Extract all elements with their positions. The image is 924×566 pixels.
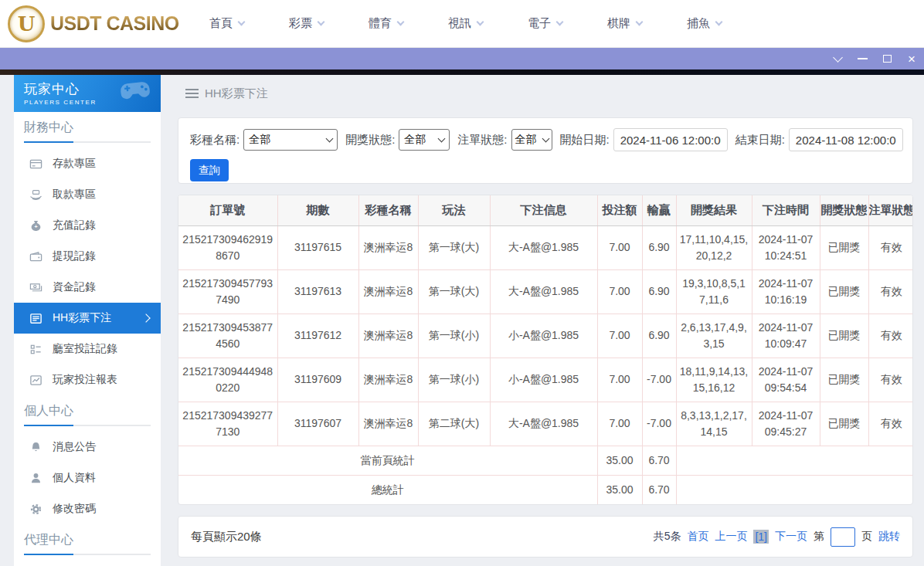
jump-button[interactable]: 跳转 <box>878 530 900 544</box>
sidebar-item-hh-lottery-bets[interactable]: HH彩票下注 <box>14 303 161 334</box>
logo-text: USDT CASINO <box>50 12 179 35</box>
sidebar-header: 玩家中心 PLAYERS CENTER <box>14 75 161 112</box>
nav-item[interactable]: 捕魚 <box>664 16 744 31</box>
lottery-name-select[interactable]: 全部 <box>243 129 338 151</box>
pager: 共5条 首页 上一页 [1] 下一页 第 页 跳转 <box>654 527 900 547</box>
cell-play-type: 第二球(大) <box>418 402 490 446</box>
table-row: 215217309439277713031197607澳洲幸运8第二球(大)大-… <box>178 402 913 446</box>
logo-icon: U <box>8 5 45 42</box>
cell-draw-status: 已開獎 <box>820 225 868 269</box>
end-date-input[interactable] <box>789 128 903 151</box>
section-divider <box>24 554 151 555</box>
cell-bet-time: 2024-11-07 09:54:54 <box>752 358 820 402</box>
cell-lottery-name: 澳洲幸运8 <box>358 314 418 358</box>
section-divider <box>24 141 151 143</box>
cell-draw-status: 已開獎 <box>820 402 868 446</box>
list-icon <box>29 312 42 325</box>
sidebar-item-withdraw[interactable]: 取款專區 <box>14 179 161 210</box>
sidebar-item-profile[interactable]: 個人資料 <box>14 463 161 493</box>
gear-icon <box>29 503 42 516</box>
draw-status-select[interactable]: 全部 <box>399 129 450 151</box>
nav-item[interactable]: 棋牌 <box>585 16 664 31</box>
window-close-button[interactable]: × <box>899 48 924 69</box>
sidebar-item-change-password[interactable]: 修改密碼 <box>14 493 161 524</box>
table-row: 215217309462919867031197615澳洲幸运8第一球(大)大-… <box>178 225 913 269</box>
col-header-bet-time: 下注時間 <box>752 195 820 225</box>
col-header-bet-amount: 投注額 <box>597 195 642 225</box>
select-arrow-icon <box>438 135 446 143</box>
cell-bet-status: 有效 <box>868 225 913 269</box>
cell-bet-amount: 7.00 <box>597 314 642 358</box>
nav-item-label: 電子 <box>528 16 551 31</box>
select-arrow-icon <box>326 135 334 143</box>
pagination-bar: 每頁顯示20條 共5条 首页 上一页 [1] 下一页 第 页 跳转 <box>178 516 913 558</box>
wallet-icon <box>29 250 42 263</box>
sidebar-item-recharge-record[interactable]: 充值記錄 <box>14 210 161 241</box>
jump-prefix: 第 <box>814 530 824 544</box>
prev-page-link[interactable]: 上一页 <box>715 530 747 544</box>
cell-play-type: 第一球(小) <box>418 358 490 402</box>
sidebar-item-withdrawal-record[interactable]: 提現記錄 <box>14 241 161 272</box>
nav-item[interactable]: 彩票 <box>267 16 346 31</box>
cell-bet-info: 大-A盤@1.985 <box>490 269 597 314</box>
sidebar-item-deposit[interactable]: 存款專區 <box>14 148 161 179</box>
select-arrow-icon <box>542 135 549 143</box>
sidebar-item-hall-bet-record[interactable]: 廳室投註記錄 <box>14 334 161 364</box>
nav-item[interactable]: 電子 <box>505 16 585 31</box>
cell-lottery-name: 澳洲幸运8 <box>358 358 418 402</box>
section-divider <box>24 425 151 426</box>
jump-page-input[interactable] <box>831 527 855 547</box>
search-button[interactable]: 查詢 <box>190 159 229 181</box>
nav-item-label: 捕魚 <box>687 16 710 31</box>
cell-win-loss: 6.90 <box>642 225 676 269</box>
next-page-link[interactable]: 下一页 <box>775 530 807 544</box>
chevron-down-icon <box>556 19 564 26</box>
cell-bet-status: 有效 <box>868 314 913 358</box>
total-summary-row: 總統計35.006.70 <box>178 475 913 504</box>
start-date-input[interactable] <box>613 128 728 151</box>
sidebar-item-label: 充值記錄 <box>53 219 96 232</box>
col-header-win-loss: 輸贏 <box>642 195 676 225</box>
window-dropdown-button[interactable] <box>825 48 850 69</box>
chevron-right-icon <box>141 314 150 322</box>
chevron-down-icon <box>318 19 325 26</box>
nav-item[interactable]: 體育 <box>346 16 426 31</box>
cell-order-number: 2152173094629198670 <box>178 225 277 269</box>
cell-bet-info: 大-A盤@1.985 <box>490 402 597 446</box>
nav-item[interactable]: 首頁 <box>187 16 267 31</box>
cell-bet-time: 2024-11-07 09:45:27 <box>752 402 820 446</box>
cell-draw-status: 已開獎 <box>820 314 868 358</box>
chart-icon <box>29 374 42 387</box>
sidebar-item-funds-record[interactable]: 資金記錄 <box>14 272 161 303</box>
cell-win-loss: 6.90 <box>642 314 676 358</box>
nav-item[interactable]: 視訊 <box>426 16 505 31</box>
menu-toggle-icon[interactable] <box>185 89 199 98</box>
chevron-down-icon <box>238 19 246 26</box>
cell-bet-amount: 7.00 <box>597 358 642 402</box>
sidebar-item-player-bet-report[interactable]: 玩家投注報表 <box>14 364 161 395</box>
window-minimize-button[interactable] <box>850 48 875 69</box>
cell-issue-number: 31197607 <box>277 402 358 446</box>
cell-win-loss: 6.90 <box>642 269 676 314</box>
chevron-down-icon <box>833 53 843 63</box>
cell-play-type: 第一球(大) <box>418 269 490 314</box>
section-title-text: 財務中心 <box>24 120 151 136</box>
cell-bet-time: 2024-11-07 10:24:51 <box>752 225 820 269</box>
window-titlebar: × <box>0 48 924 69</box>
lottery-name-label: 彩種名稱: <box>190 133 239 147</box>
sidebar-item-label: 存款專區 <box>53 157 96 171</box>
nav-item-label: 首頁 <box>209 16 233 31</box>
cell-issue-number: 31197609 <box>277 358 358 402</box>
bell-icon <box>29 441 42 454</box>
sidebar-section-title: 代理中心 <box>24 532 151 555</box>
first-page-link[interactable]: 首页 <box>687 530 708 544</box>
sidebar-item-messages[interactable]: 消息公告 <box>14 432 161 463</box>
cell-draw-status: 已開獎 <box>820 358 868 402</box>
total-count: 共5条 <box>654 530 681 544</box>
logo-letter: U <box>18 12 36 36</box>
cell-bet-amount: 7.00 <box>597 402 642 446</box>
cell-bet-status: 有效 <box>868 402 913 446</box>
window-maximize-button[interactable] <box>875 48 899 69</box>
nav-item-label: 體育 <box>369 16 392 31</box>
bet-status-select[interactable]: 全部 <box>511 129 552 151</box>
